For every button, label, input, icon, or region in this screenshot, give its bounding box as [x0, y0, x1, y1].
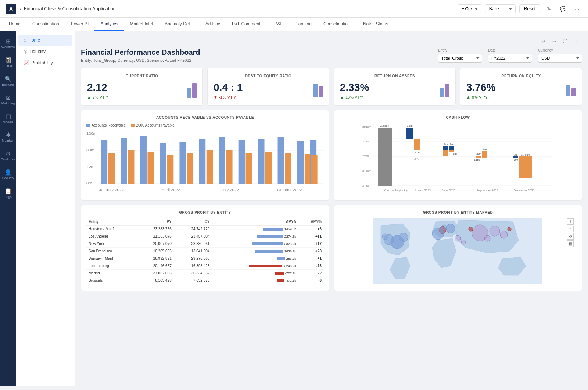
more-options-icon[interactable]: ···	[572, 4, 582, 14]
delta-pct-cell: +11	[298, 233, 324, 240]
svg-text:2,798m: 2,798m	[380, 124, 390, 127]
tab-power-bi[interactable]: Power BI	[65, 18, 95, 31]
svg-text:2810m: 2810m	[362, 125, 372, 128]
table-row: Warsaw - Manf 28,992,821 29,276,566 283.…	[86, 255, 324, 262]
tab-analytics[interactable]: Analytics	[94, 18, 124, 31]
svg-text:July 2022: July 2022	[221, 188, 239, 192]
up-arrow-icon: ▲	[340, 95, 344, 99]
svg-rect-62	[449, 150, 454, 152]
ar-ap-svg: 120m 80m 40m 0m	[86, 130, 324, 195]
base-select[interactable]: Base Budget Forecast	[485, 4, 516, 13]
comment-icon[interactable]: 💬	[558, 4, 568, 14]
fy-select[interactable]: FY25 FY24 FY23 FY22	[458, 4, 481, 13]
sidebar-item-matching[interactable]: ⊠ Matching	[0, 91, 16, 109]
sidebar-label-configure: Configure	[1, 158, 15, 162]
nav-home[interactable]: ⌂ Home	[18, 35, 72, 46]
sidebar-item-logs[interactable]: 📋 Logs	[0, 185, 16, 202]
svg-text:2770m: 2770m	[362, 155, 372, 158]
delta-cell: 3323.2k	[212, 240, 298, 248]
redo-icon[interactable]: ↪	[550, 37, 559, 46]
svg-text:-2m: -2m	[513, 158, 518, 162]
tab-pl[interactable]: P&L	[268, 18, 288, 31]
table-row: Houston - Manf 23,283,756 24,742,720 145…	[86, 226, 324, 233]
tab-anomaly-det[interactable]: Anomaly Det...	[159, 18, 200, 31]
svg-point-92	[461, 240, 466, 244]
fullscreen-icon[interactable]: ⛶	[561, 37, 570, 46]
ar-ap-chart-card: ACCOUNTS RECEIVABLE VS ACCOUNTS PAYABLE …	[81, 110, 329, 201]
sidebar-item-explorer[interactable]: 🔍 Explorer	[0, 72, 16, 90]
tab-planning[interactable]: Planning	[288, 18, 318, 31]
tab-notes-status[interactable]: Notes Status	[357, 18, 394, 31]
delta-pct-cell: -6	[298, 277, 324, 284]
kpi-debt-equity-value: 0.4 : 1	[214, 82, 243, 93]
edit-icon[interactable]: ✎	[544, 4, 554, 14]
cy-cell: 23,330,261	[174, 240, 212, 248]
kpi-debt-equity-change: ▼ -1% v PY	[214, 95, 243, 99]
kpi-debt-equity: DEBT TO EQUITY RATIO 0.4 : 1 ▼ -1% v PY	[207, 68, 329, 106]
delta-cell: 2836.2k	[212, 248, 298, 255]
sidebar-item-maintain[interactable]: ✱ Maintain	[0, 128, 16, 146]
explorer-icon: 🔍	[4, 75, 12, 82]
tab-pl-comments[interactable]: P&L Comments	[226, 18, 269, 31]
kpi-return-equity-label: v PY	[479, 95, 488, 99]
svg-point-84	[441, 225, 447, 230]
svg-rect-66	[482, 151, 487, 158]
svg-text:3m: 3m	[449, 143, 453, 146]
svg-text:September 2022: September 2022	[476, 189, 498, 192]
kpi-row: CURRENT RATIO 2.12 ▲ 7% v PY	[81, 68, 582, 106]
map-layers-icon[interactable]: ▤	[567, 240, 574, 247]
entity-cell: Warsaw - Manf	[86, 255, 136, 262]
zoom-out-icon[interactable]: −	[567, 226, 574, 232]
svg-text:2750m: 2750m	[362, 169, 372, 173]
kpi-bar	[313, 84, 318, 98]
sidebar-item-workflow[interactable]: ⊞ Workflow	[0, 35, 16, 52]
svg-rect-12	[140, 136, 147, 184]
down-arrow-icon: ▼	[214, 95, 218, 99]
svg-point-81	[446, 224, 455, 233]
svg-text:-31m: -31m	[414, 151, 421, 154]
currency-filter-select[interactable]: USD EUR	[538, 54, 582, 63]
svg-text:Cash at beginning: Cash at beginning	[384, 189, 408, 192]
maintain-icon: ✱	[6, 131, 11, 138]
tab-market-intel[interactable]: Market Intel	[124, 18, 159, 31]
back-button[interactable]: ‹ Financial Close & Consolidation Applic…	[20, 6, 116, 12]
tab-home[interactable]: Home	[3, 18, 26, 31]
entity-filter-select[interactable]: Total_Group	[438, 54, 482, 63]
svg-text:December 2022: December 2022	[514, 189, 535, 192]
undo-icon[interactable]: ↩	[539, 37, 548, 46]
sidebar-item-journals[interactable]: 📓 Journals	[0, 54, 16, 71]
date-filter-select[interactable]: FY2022 FY2021	[488, 54, 532, 63]
delta-pct-cell: +17	[298, 240, 324, 248]
svg-text:31m: 31m	[407, 124, 413, 127]
svg-point-80	[382, 234, 388, 240]
sidebar-item-models[interactable]: ◫ Models	[0, 110, 16, 127]
map-reset-icon[interactable]: ⟲	[567, 233, 574, 240]
security-icon: 👤	[4, 169, 12, 176]
sidebar-item-configure[interactable]: ⚙ Configure	[0, 147, 16, 164]
tab-ad-hoc[interactable]: Ad-Hoc	[200, 18, 226, 31]
svg-text:-6m: -6m	[476, 152, 481, 156]
entity-cell: Los Angeles	[86, 233, 136, 240]
nav-profitability[interactable]: 📈 Profitability	[18, 57, 72, 68]
delta-pct-cell: -16	[298, 262, 324, 270]
tab-consolidatio[interactable]: Consolidatio...	[318, 18, 357, 31]
svg-point-89	[469, 227, 473, 231]
dashboard-header: Financial Performance Dashboard Entity: …	[81, 48, 582, 63]
reset-button[interactable]: Reset	[519, 4, 540, 13]
zoom-in-icon[interactable]: +	[567, 218, 574, 225]
chart-row: ACCOUNTS RECEIVABLE VS ACCOUNTS PAYABLE …	[81, 110, 582, 201]
svg-rect-10	[121, 138, 127, 184]
svg-text:0m: 0m	[86, 181, 92, 185]
sidebar-item-security[interactable]: 👤 Security	[0, 166, 16, 183]
kpi-bar	[566, 85, 570, 96]
more-icon[interactable]: ···	[572, 37, 581, 46]
kpi-return-equity-pct: 8%	[472, 95, 478, 99]
entity-cell: New York	[86, 240, 136, 248]
col-py: PY	[136, 218, 174, 226]
svg-text:3m: 3m	[444, 143, 448, 146]
workflow-icon: ⊞	[6, 38, 11, 45]
nav-liquidity[interactable]: ◎ Liquidity	[18, 46, 72, 57]
table-row: San Francisco 10,205,655 13,041,904 2836…	[86, 248, 324, 255]
tab-consolidation[interactable]: Consolidation	[26, 18, 65, 31]
logs-icon: 📋	[4, 188, 12, 195]
